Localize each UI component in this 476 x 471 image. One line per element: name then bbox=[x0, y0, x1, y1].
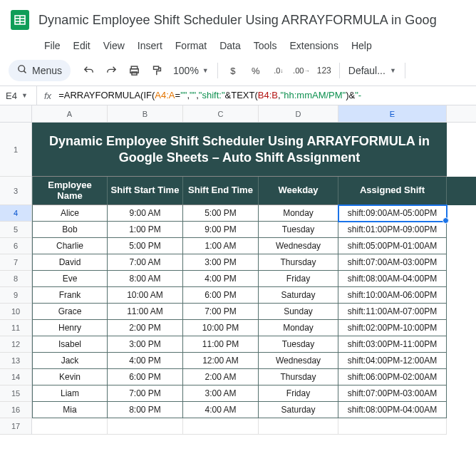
cell[interactable]: shift:03:00PM-11:00PM bbox=[338, 336, 447, 353]
cell[interactable]: Jack bbox=[32, 353, 108, 369]
undo-button[interactable] bbox=[78, 60, 99, 81]
row-header[interactable]: 17 bbox=[0, 418, 31, 435]
row-header[interactable]: 3 bbox=[0, 177, 31, 205]
row-header[interactable]: 8 bbox=[0, 271, 31, 287]
col-header[interactable]: D bbox=[259, 105, 338, 122]
decrease-decimal-button[interactable]: .0↓ bbox=[268, 60, 289, 81]
cell[interactable]: 6:00 PM bbox=[183, 287, 259, 304]
cell[interactable]: Sunday bbox=[259, 304, 338, 320]
cell[interactable]: shift:09:00AM-05:00PM bbox=[338, 205, 447, 222]
redo-button[interactable] bbox=[100, 60, 122, 81]
cell[interactable]: 12:00 AM bbox=[183, 353, 259, 369]
cell[interactable]: 9:00 PM bbox=[183, 222, 259, 238]
cell[interactable]: 4:00 AM bbox=[183, 402, 259, 418]
cell[interactable]: Liam bbox=[32, 385, 108, 402]
row-header[interactable]: 9 bbox=[0, 287, 31, 304]
cell[interactable]: 2:00 PM bbox=[108, 320, 183, 336]
zoom-dropdown[interactable]: 100%▼ bbox=[169, 65, 213, 76]
cell[interactable]: 11:00 PM bbox=[183, 336, 259, 353]
cell[interactable]: David bbox=[32, 254, 108, 271]
select-all-corner[interactable] bbox=[0, 105, 31, 123]
cell[interactable] bbox=[108, 418, 183, 435]
name-box[interactable]: E4▼ bbox=[0, 86, 37, 105]
menu-file[interactable]: File bbox=[38, 37, 66, 54]
cell[interactable]: shift:07:00PM-03:00AM bbox=[338, 385, 447, 402]
th-employee[interactable]: Employee Name bbox=[32, 177, 108, 205]
col-header[interactable]: B bbox=[108, 105, 183, 122]
cell[interactable]: 10:00 AM bbox=[108, 287, 183, 304]
menu-format[interactable]: Format bbox=[170, 37, 212, 54]
sheet-title-cell[interactable]: Dynamic Employee Shift Scheduler Using A… bbox=[32, 123, 447, 177]
percent-button[interactable]: % bbox=[245, 60, 267, 81]
th-start[interactable]: Shift Start Time bbox=[108, 177, 183, 205]
menus-search-button[interactable]: Menus bbox=[9, 60, 71, 81]
sheets-logo[interactable] bbox=[6, 6, 34, 34]
cell[interactable]: shift:02:00PM-10:00PM bbox=[338, 320, 447, 336]
cell[interactable]: Monday bbox=[259, 205, 338, 222]
row-header[interactable]: 11 bbox=[0, 320, 31, 336]
cell[interactable]: Bob bbox=[32, 222, 108, 238]
cell[interactable] bbox=[183, 418, 259, 435]
cell[interactable]: Thursday bbox=[259, 254, 338, 271]
print-button[interactable] bbox=[123, 60, 145, 81]
paint-format-button[interactable] bbox=[146, 60, 167, 81]
row-header[interactable]: 16 bbox=[0, 402, 31, 418]
cell[interactable]: 6:00 PM bbox=[108, 369, 183, 385]
cell[interactable]: shift:01:00PM-09:00PM bbox=[338, 222, 447, 238]
cell[interactable]: Henry bbox=[32, 320, 108, 336]
cell[interactable]: 4:00 PM bbox=[108, 353, 183, 369]
cell[interactable]: Mia bbox=[32, 402, 108, 418]
cell[interactable]: Friday bbox=[259, 271, 338, 287]
formula-input[interactable]: =ARRAYFORMULA(IF(A4:A="","","shift:"&TEX… bbox=[58, 90, 361, 101]
cell[interactable] bbox=[338, 418, 447, 435]
cell[interactable]: Monday bbox=[259, 320, 338, 336]
cell[interactable]: Tuesday bbox=[259, 222, 338, 238]
cell[interactable]: shift:05:00PM-01:00AM bbox=[338, 238, 447, 254]
th-end[interactable]: Shift End Time bbox=[183, 177, 259, 205]
row-header[interactable]: 12 bbox=[0, 336, 31, 353]
col-header[interactable]: C bbox=[183, 105, 259, 122]
cell[interactable]: Saturday bbox=[259, 287, 338, 304]
cell[interactable]: 7:00 AM bbox=[108, 254, 183, 271]
cell[interactable]: Frank bbox=[32, 287, 108, 304]
cell[interactable] bbox=[259, 418, 338, 435]
cell[interactable]: 11:00 AM bbox=[108, 304, 183, 320]
cell[interactable]: 2:00 AM bbox=[183, 369, 259, 385]
cell[interactable]: Wednesday bbox=[259, 238, 338, 254]
th-assigned[interactable]: Assigned Shift bbox=[338, 177, 447, 205]
cell[interactable]: 3:00 PM bbox=[108, 336, 183, 353]
cell[interactable]: Eve bbox=[32, 271, 108, 287]
row-header[interactable]: 4 bbox=[0, 205, 31, 222]
row-header[interactable]: 6 bbox=[0, 238, 31, 254]
cell[interactable] bbox=[32, 418, 108, 435]
cell[interactable]: Friday bbox=[259, 385, 338, 402]
number-format-button[interactable]: 123 bbox=[314, 60, 335, 81]
cell[interactable]: 1:00 PM bbox=[108, 222, 183, 238]
cell[interactable]: Isabel bbox=[32, 336, 108, 353]
document-title[interactable]: Dynamic Employee Shift Scheduler Using A… bbox=[38, 13, 437, 28]
cell[interactable]: Saturday bbox=[259, 402, 338, 418]
row-header[interactable]: 5 bbox=[0, 222, 31, 238]
cell[interactable]: Wednesday bbox=[259, 353, 338, 369]
cell[interactable]: 7:00 PM bbox=[183, 304, 259, 320]
cell[interactable]: 10:00 PM bbox=[183, 320, 259, 336]
cell[interactable]: Charlie bbox=[32, 238, 108, 254]
menu-data[interactable]: Data bbox=[214, 37, 247, 54]
cell[interactable]: 8:00 AM bbox=[108, 271, 183, 287]
row-header[interactable]: 14 bbox=[0, 369, 31, 385]
cell[interactable]: shift:10:00AM-06:00PM bbox=[338, 287, 447, 304]
cell[interactable]: Alice bbox=[32, 205, 108, 222]
menu-view[interactable]: View bbox=[98, 37, 130, 54]
th-weekday[interactable]: Weekday bbox=[259, 177, 338, 205]
cell[interactable]: shift:04:00PM-12:00AM bbox=[338, 353, 447, 369]
col-header[interactable]: E bbox=[338, 105, 447, 122]
cell[interactable]: 9:00 AM bbox=[108, 205, 183, 222]
cell[interactable]: 5:00 PM bbox=[183, 205, 259, 222]
menu-insert[interactable]: Insert bbox=[132, 37, 168, 54]
cell[interactable]: 1:00 AM bbox=[183, 238, 259, 254]
cell[interactable]: 4:00 PM bbox=[183, 271, 259, 287]
cell[interactable]: shift:08:00PM-04:00AM bbox=[338, 402, 447, 418]
row-header[interactable]: 13 bbox=[0, 353, 31, 369]
cell[interactable]: shift:08:00AM-04:00PM bbox=[338, 271, 447, 287]
cell[interactable]: 5:00 PM bbox=[108, 238, 183, 254]
